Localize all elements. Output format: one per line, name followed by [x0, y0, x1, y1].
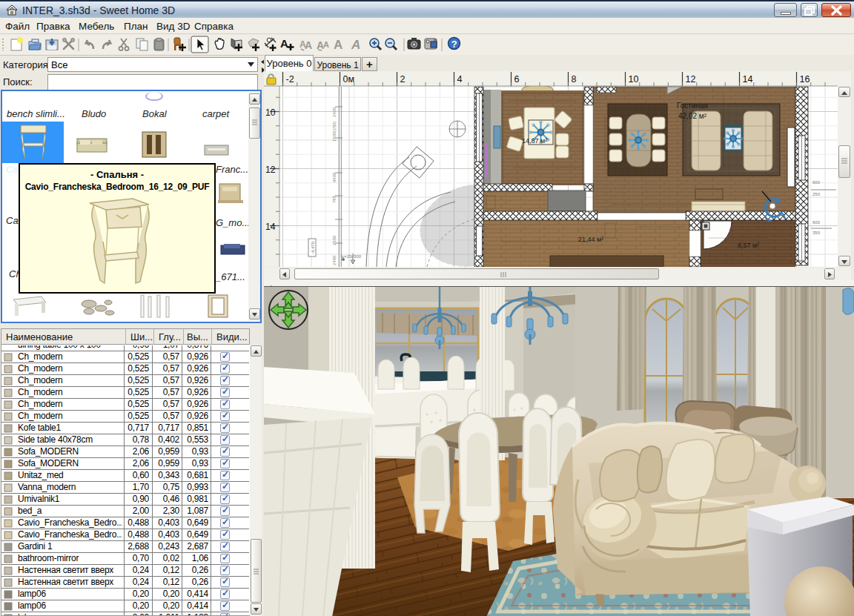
svg-text:14: 14: [743, 74, 753, 85]
svg-text:?: ?: [451, 39, 457, 50]
svg-text:1500(150): 1500(150): [332, 122, 337, 142]
svg-text:42,02 м²: 42,02 м²: [678, 112, 707, 120]
svg-text:350: 350: [812, 231, 821, 235]
svg-text:16: 16: [800, 74, 810, 85]
svg-text:A: A: [351, 38, 360, 52]
svg-text:-2: -2: [286, 74, 294, 85]
svg-text:Гостиная: Гостиная: [677, 102, 708, 110]
svg-text:12: 12: [686, 74, 696, 85]
svg-text:600: 600: [812, 180, 821, 185]
svg-text:10: 10: [265, 107, 276, 118]
svg-text:785: 785: [332, 195, 337, 203]
svg-text:-4,470: -4,470: [311, 241, 315, 254]
svg-text:2500: 2500: [332, 235, 337, 245]
svg-text:14: 14: [265, 222, 276, 232]
svg-text:250: 250: [812, 192, 821, 196]
svg-text:12: 12: [265, 165, 276, 175]
svg-text:9600: 9600: [332, 172, 337, 182]
svg-text:2: 2: [400, 74, 406, 85]
svg-text:2480: 2480: [332, 255, 337, 265]
svg-text:10: 10: [629, 74, 639, 85]
svg-text:Ь=15і/300: Ь=15і/300: [341, 254, 362, 259]
svg-text:8,57 м²: 8,57 м²: [738, 242, 759, 249]
svg-text:8: 8: [572, 74, 577, 85]
svg-text:4: 4: [457, 74, 463, 85]
svg-text:A: A: [280, 37, 288, 50]
svg-text:А: А: [323, 40, 329, 49]
svg-text:600: 600: [812, 220, 821, 225]
svg-text:6: 6: [514, 74, 520, 85]
svg-text:А: А: [305, 39, 312, 51]
svg-text:0м: 0м: [343, 74, 355, 85]
svg-text:A: A: [334, 38, 342, 52]
svg-text:2400: 2400: [332, 107, 337, 117]
svg-text:14,87 м²: 14,87 м²: [522, 137, 547, 145]
